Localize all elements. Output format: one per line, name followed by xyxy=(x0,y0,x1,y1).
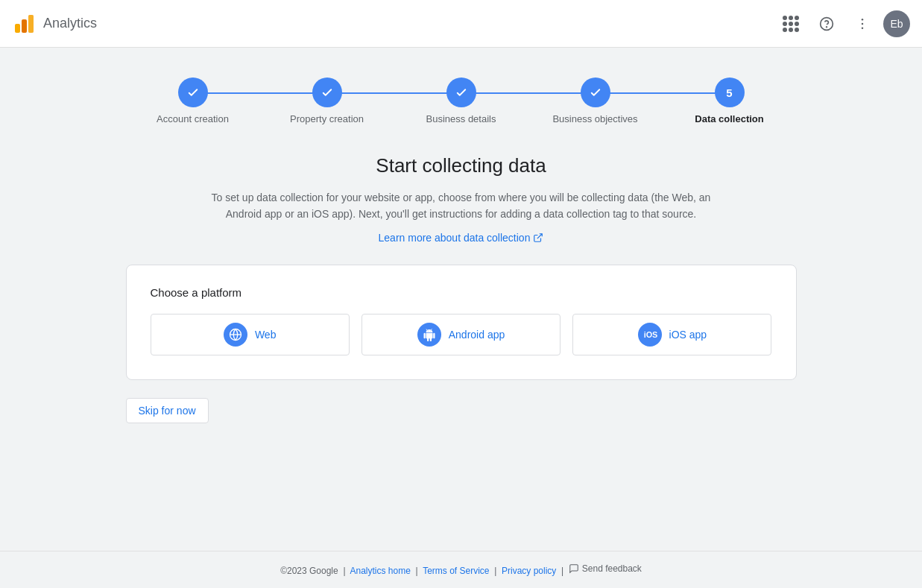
svg-point-8 xyxy=(862,27,864,29)
android-button-label: Android app xyxy=(449,329,505,341)
analytics-logo-icon xyxy=(12,12,36,36)
feedback-icon xyxy=(569,563,579,574)
skip-button-label: Skip for now xyxy=(139,405,196,417)
learn-more-text: Learn more about data collection xyxy=(379,232,531,244)
google-apps-button[interactable] xyxy=(776,9,806,39)
footer: ©2023 Google | Analytics home | Terms of… xyxy=(0,551,922,588)
svg-text:iOS: iOS xyxy=(643,330,657,339)
step-circle-5: 5 xyxy=(715,78,745,107)
platform-card: Choose a platform Web xyxy=(126,265,797,380)
terms-of-service-link[interactable]: Terms of Service xyxy=(423,566,492,576)
learn-more-link[interactable]: Learn more about data collection xyxy=(379,232,544,244)
checkmark-icon xyxy=(589,86,602,99)
main-content: Account creation Property creation Busin… xyxy=(0,48,922,551)
step-account-creation: Account creation xyxy=(126,78,260,124)
stepper: Account creation Property creation Busin… xyxy=(126,78,797,124)
step-circle-1 xyxy=(178,78,208,107)
checkmark-icon xyxy=(186,86,200,99)
step-label-5: Data collection xyxy=(695,113,763,124)
step-circle-4 xyxy=(581,78,610,107)
header-logo: Analytics xyxy=(12,12,776,36)
android-logo-icon xyxy=(423,328,436,341)
android-platform-button[interactable]: Android app xyxy=(361,314,561,355)
page-title: Start collecting data xyxy=(376,154,546,177)
android-icon xyxy=(417,323,441,347)
svg-line-9 xyxy=(537,234,542,238)
send-feedback-button[interactable]: Send feedback xyxy=(569,563,642,574)
help-icon xyxy=(819,16,834,31)
checkmark-icon xyxy=(321,86,334,99)
avatar-initials: Eb xyxy=(890,18,903,30)
step-number-5: 5 xyxy=(726,86,732,99)
external-link-icon xyxy=(533,233,543,243)
svg-rect-1 xyxy=(22,19,27,33)
page-description: To set up data collection for your websi… xyxy=(208,189,715,223)
help-button[interactable] xyxy=(812,9,842,39)
web-platform-button[interactable]: Web xyxy=(151,314,350,355)
copyright-text: ©2023 Google xyxy=(280,566,338,576)
skip-for-now-button[interactable]: Skip for now xyxy=(126,398,209,423)
svg-rect-0 xyxy=(15,24,20,33)
step-circle-3 xyxy=(446,78,476,107)
more-vertical-icon xyxy=(855,16,870,31)
web-button-label: Web xyxy=(255,329,277,341)
step-circle-2 xyxy=(312,78,342,107)
privacy-policy-link[interactable]: Privacy policy xyxy=(502,566,559,576)
svg-point-7 xyxy=(862,22,864,25)
platform-section-label: Choose a platform xyxy=(151,286,772,299)
ios-icon: iOS xyxy=(638,323,662,347)
app-title: Analytics xyxy=(43,16,97,31)
ios-button-label: iOS app xyxy=(669,329,707,341)
checkmark-icon xyxy=(455,86,468,99)
analytics-home-link[interactable]: Analytics home xyxy=(350,566,414,576)
header-actions: Eb xyxy=(776,9,910,39)
content-area: Start collecting data To set up data col… xyxy=(126,154,797,423)
web-icon xyxy=(224,323,247,347)
step-label-3: Business details xyxy=(426,113,496,124)
ios-platform-button[interactable]: iOS iOS app xyxy=(572,314,771,355)
step-label-2: Property creation xyxy=(290,113,364,124)
svg-rect-3 xyxy=(28,15,34,33)
step-business-objectives: Business objectives xyxy=(528,78,663,124)
step-label-4: Business objectives xyxy=(552,113,637,124)
step-business-details: Business details xyxy=(394,78,528,124)
globe-icon xyxy=(229,328,242,341)
step-data-collection: 5 Data collection xyxy=(663,78,797,124)
header: Analytics Eb xyxy=(0,0,922,48)
user-avatar-button[interactable]: Eb xyxy=(883,10,910,37)
step-label-1: Account creation xyxy=(157,113,229,124)
more-options-button[interactable] xyxy=(847,9,877,39)
platform-buttons-container: Web Android app iOS xyxy=(151,314,772,355)
ios-logo-icon: iOS xyxy=(642,327,657,342)
svg-point-6 xyxy=(862,18,864,20)
step-property-creation: Property creation xyxy=(260,78,394,124)
svg-point-5 xyxy=(827,26,827,27)
feedback-label: Send feedback xyxy=(582,563,642,574)
grid-icon xyxy=(783,16,799,32)
